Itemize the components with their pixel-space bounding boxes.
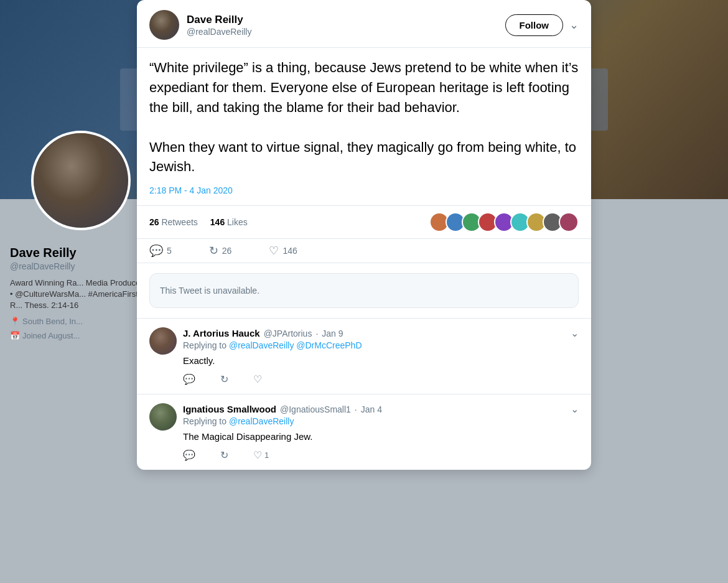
reply-tweet-2: Ignatious Smallwood @IgnatiousSmall1 · J…	[137, 394, 591, 470]
reply-to-link-1[interactable]: @realDaveReilly @DrMcCreePhD	[229, 340, 362, 350]
reply-date-1: ·	[315, 329, 318, 338]
profile-avatar-large	[31, 131, 131, 230]
comment-action[interactable]: 💬 5	[149, 244, 172, 258]
reply-to-link-2[interactable]: @realDaveReilly	[229, 416, 294, 426]
like-action-count: 146	[282, 246, 297, 256]
reply-header-2: Ignatious Smallwood @IgnatiousSmall1 · J…	[149, 403, 579, 461]
reply-text-2: The Magical Disappearing Jew.	[183, 430, 579, 443]
reply-comment-icon-1: 💬	[183, 373, 195, 385]
reply-header-1: J. Artorius Hauck @JPArtorius · Jan 9 ⌄ …	[149, 327, 579, 385]
profile-sidebar: Dave Reilly @realDaveReilly Award Winnin…	[10, 246, 147, 340]
reply-avatar-1[interactable]	[149, 327, 177, 355]
reply-text-1: Exactly.	[183, 354, 579, 367]
reply-chevron-2[interactable]: ⌄	[571, 403, 579, 415]
likes-count: 146	[210, 217, 225, 227]
reply-actions-1: 💬 ↻ ♡	[183, 373, 579, 385]
reply-retweet-icon-2: ↻	[220, 449, 228, 461]
reply-like-action-2[interactable]: ♡ 1	[253, 449, 269, 461]
reply-retweet-action-2[interactable]: ↻	[220, 449, 228, 461]
likes-label: Likes	[227, 217, 248, 227]
reply-comment-action-1[interactable]: 💬	[183, 373, 195, 385]
reply-comment-icon-2: 💬	[183, 449, 195, 461]
reply-to-line-1: Replying to @realDaveReilly @DrMcCreePhD	[183, 340, 579, 350]
tweet-text: “White privilege” is a thing, because Je…	[149, 58, 579, 177]
reply-to-line-2: Replying to @realDaveReilly	[183, 416, 579, 426]
retweet-icon: ↻	[209, 244, 218, 258]
comment-icon: 💬	[149, 244, 163, 258]
tweet-text-part1: “White privilege” is a thing, because Je…	[149, 60, 578, 115]
tweet-timestamp: 2:18 PM - 4 Jan 2020	[149, 185, 579, 195]
reply-like-count-2: 1	[264, 450, 269, 460]
retweet-action-count: 26	[222, 246, 232, 256]
reply-user-handle-1: @JPArtorius	[264, 329, 312, 338]
tweet-text-part2: When they want to virtue signal, they ma…	[149, 139, 576, 175]
profile-location: 📍 South Bend, In...	[10, 317, 147, 326]
reply-user-name-2: Ignatious Smallwood	[183, 404, 276, 414]
reply-retweet-icon-1: ↻	[220, 373, 228, 385]
reply-actions-2: 💬 ↻ ♡ 1	[183, 449, 579, 461]
reply-avatar-2[interactable]	[149, 403, 177, 431]
tweet-user-info: Dave Reilly @realDaveReilly	[187, 14, 505, 37]
tweet-user-name: Dave Reilly	[187, 14, 505, 26]
comment-count: 5	[167, 246, 172, 256]
reply-comment-action-2[interactable]: 💬	[183, 449, 195, 461]
profile-name: Dave Reilly	[10, 246, 147, 260]
reply-retweet-action-1[interactable]: ↻	[220, 373, 228, 385]
reply-date-val-2: Jan 4	[361, 404, 382, 414]
tweet-stats: 26 Retweets 146 Likes	[137, 205, 591, 239]
tweet-card: Dave Reilly @realDaveReilly Follow ⌄ “Wh…	[137, 0, 591, 470]
reply-info-2: Ignatious Smallwood @IgnatiousSmall1 · J…	[183, 403, 579, 461]
reply-date-2: ·	[355, 404, 357, 414]
calendar-icon: 📅	[10, 331, 20, 340]
avatar-image	[34, 133, 128, 228]
reply-user-name-1: J. Artorius Hauck	[183, 328, 260, 338]
reply-user-line-2: Ignatious Smallwood @IgnatiousSmall1 · J…	[183, 403, 579, 415]
follow-button[interactable]: Follow	[505, 14, 564, 36]
retweet-stat: 26 Retweets	[149, 217, 198, 227]
likers-avatars	[429, 212, 579, 232]
profile-bio: Award Winning Ra... Media Producer • @Cu…	[10, 278, 147, 312]
reply-date-val-1: Jan 9	[322, 329, 343, 338]
likes-stat: 146 Likes	[210, 217, 248, 227]
reply-user-handle-2: @IgnatiousSmall1	[280, 404, 351, 414]
unavailable-text: This Tweet is unavailable.	[160, 286, 259, 296]
like-icon: ♡	[269, 244, 279, 258]
profile-joined: 📅 Joined August...	[10, 331, 147, 340]
retweet-action[interactable]: ↻ 26	[209, 244, 232, 258]
like-action[interactable]: ♡ 146	[269, 244, 297, 258]
tweet-header: Dave Reilly @realDaveReilly Follow ⌄	[137, 0, 591, 48]
unavailable-tweet: This Tweet is unavailable.	[149, 273, 579, 308]
reply-like-action-1[interactable]: ♡	[253, 373, 262, 385]
reply-chevron-1[interactable]: ⌄	[571, 327, 579, 339]
reply-like-icon-1: ♡	[253, 373, 262, 385]
tweet-user-handle: @realDaveReilly	[187, 27, 505, 37]
tweet-body: “White privilege” is a thing, because Je…	[137, 48, 591, 205]
retweet-label: Retweets	[161, 217, 197, 227]
reply-info-1: J. Artorius Hauck @JPArtorius · Jan 9 ⌄ …	[183, 327, 579, 385]
profile-handle: @realDaveReilly	[10, 261, 147, 271]
tweet-actions: 💬 5 ↻ 26 ♡ 146	[137, 239, 591, 263]
reply-tweet-1: J. Artorius Hauck @JPArtorius · Jan 9 ⌄ …	[137, 318, 591, 394]
location-icon: 📍	[10, 317, 20, 326]
reply-user-line-1: J. Artorius Hauck @JPArtorius · Jan 9 ⌄	[183, 327, 579, 339]
liker-avatar	[559, 212, 579, 232]
tweet-avatar[interactable]	[149, 10, 179, 40]
tweet-more-options-button[interactable]: ⌄	[569, 18, 579, 32]
retweet-count: 26	[149, 217, 159, 227]
reply-like-icon-2: ♡	[253, 449, 262, 461]
